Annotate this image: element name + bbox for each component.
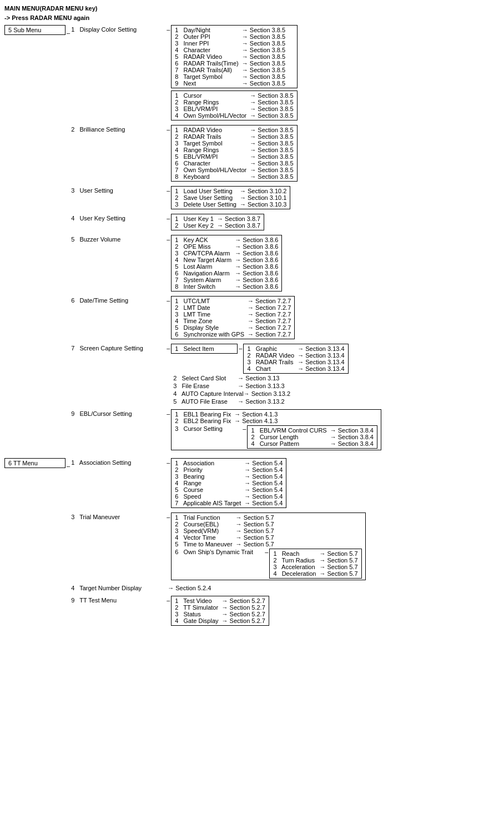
dash-submenu-7: – [167,344,170,351]
tt-submenu-1-row: 1 Association Setting – 1 Association 2 … [71,458,365,508]
tm-5-ref: → Section 5.7 [236,541,274,547]
submenu-1-label: 1 Display Color Setting [71,25,165,33]
tm-4-ref: → Section 5.7 [236,534,274,541]
submenu-6-row: 6 Date/Time Setting – 1 UTC/LMT 2 LMT Da… [71,296,381,339]
us-3-ref: → Section 3.10.3 [240,201,286,208]
dcs-g2-2: 2 Range Rings [175,99,246,105]
tt-submenu-4-ref: → Section 5.2.4 [165,585,211,591]
ttm-1-ref: → Section 5.2.7 [222,597,265,604]
ecs-content: 1 EBL1 Bearing Fix 2 EBL2 Bearing Fix → … [171,409,381,450]
dash-ecs-3: – [243,425,246,432]
scs-afe-row: 5 AUTO File Erase → Section 3.13.2 [171,398,348,405]
submenu-2-label: 2 Brilliance Setting [71,125,165,133]
as-7-ref: → Section 5.4 [244,500,283,506]
uks-items: 1 User Key 1 2 User Key 2 [175,215,214,229]
submenu-7-row: 7 Screen Capture Setting – 1 Select Item… [71,344,381,405]
dcs-group2: 1 Cursor 2 Range Rings 3 EBL/VRM/PI 4 Ow… [171,91,297,120]
bv-2: 2 OPE Miss [175,243,231,250]
uks-refs: → Section 3.8.7 → Section 3.8.7 [214,215,260,229]
ecs-1: 1 EBL1 Bearing Fix [175,411,231,418]
dcs-9: 9 Next [175,80,239,87]
ttm-4-ref: → Section 5.2.7 [222,617,265,624]
scs-si-group: 1 Graphic 2 RADAR Video 3 RADAR Trails 4… [243,344,348,374]
dash-tm-6: – [265,549,268,555]
scs-select-item-row: 1 Select Item – 1 Graphic 2 RADAR Video … [171,344,348,374]
ecs-cs-2: 2 Cursor Length [251,434,326,440]
bv-group: 1 Key ACK 2 OPE Miss 3 CPA/TCPA Alarm 4 … [171,235,282,292]
submenu-7-label: 7 Screen Capture Setting [71,344,165,351]
dcs-g2-refs: → Section 3.8.5 → Section 3.8.5 → Sectio… [246,92,293,119]
submenu-4-label: 4 User Key Setting [71,214,165,222]
scs-content: 1 Select Item – 1 Graphic 2 RADAR Video … [171,344,348,405]
us-group: 1 Load User Setting 2 Save User Setting … [171,186,290,209]
dcs-g2-1-ref: → Section 3.8.5 [250,92,293,99]
submenu-2-row: 2 Brilliance Setting – 1 RADAR Video 2 R… [71,125,381,182]
tm-3-ref: → Section 5.7 [236,527,274,534]
dts-refs: → Section 7.2.7 → Section 7.2.7 → Sectio… [244,298,291,338]
dts-group: 1 UTC/LMT 2 LMT Date 3 LMT Time 4 Time Z… [171,296,295,339]
uks-2: 2 User Key 2 [175,222,214,229]
submenu-4-row: 4 User Key Setting – 1 User Key 1 2 User… [71,214,381,230]
scs-si-2: 2 RADAR Video [247,352,294,359]
ecs-cs-items: 1 EBL/VRM Control CURS 2 Cursor Length 4… [251,427,326,447]
dcs-g2-3: 3 EBL/VRM/PI [175,105,246,112]
dcs-g2-1: 1 Cursor [175,92,246,99]
bs-7-ref: → Section 3.8.5 [250,167,293,173]
tm-dt-3-ref: → Section 5.7 [319,564,357,570]
dcs-4-ref: → Section 3.8.5 [242,47,285,53]
scs-scs-ref: → Section 3.13 [238,375,279,381]
dcs-g1-items: 1 Day/Night 2 Outer PPI 3 Inner PPI 4 Ch… [175,27,239,87]
dcs-2: 2 Outer PPI [175,33,239,40]
header-line1: MAIN MENU(RADAR MENU key) [4,4,500,13]
ecs-ebl-refs: → Section 4.1.3 → Section 4.1.3 [231,411,278,424]
bv-4: 4 New Target Alarm [175,257,231,263]
tm-dt-4-ref: → Section 5.7 [319,570,357,577]
bs-5: 5 EBL/VRM/PI [175,153,246,160]
scs-fe-label: 3 File Erase [171,383,238,389]
submenu-5-row: 5 Buzzer Volume – 1 Key ACK 2 OPE Miss 3… [71,235,381,292]
as-4: 4 Range [175,480,241,486]
submenu-3-row: 3 User Setting – 1 Load User Setting 2 S… [71,186,381,209]
as-refs: → Section 5.4 → Section 5.4 → Section 5.… [241,460,283,506]
tm-dt-2: 2 Turn Radius [273,557,316,564]
ttm-items: 1 Test Video 2 TT Simulator 3 Status 4 G… [175,597,218,624]
us-3: 3 Delete User Setting [175,201,236,208]
dts-6-ref: → Section 7.2.7 [248,331,291,338]
tm-dt-1-ref: → Section 5.7 [319,550,357,557]
dcs-5: 5 RADAR Video [175,53,239,60]
as-6: 6 Speed [175,493,241,500]
as-3-ref: → Section 5.4 [244,473,283,480]
ecs-ebl-items: 1 EBL1 Bearing Fix 2 EBL2 Bearing Fix [175,411,231,424]
submenu-3-label: 3 User Setting [71,186,165,194]
scs-afe-label: 5 AUTO File Erase [171,398,238,405]
submenu-5-label: 5 Buzzer Volume [71,235,165,243]
section-6-content: 1 Association Setting – 1 Association 2 … [71,458,365,630]
section-6-label: 6 TT Menu [4,458,65,468]
tm-dt-2-ref: → Section 5.7 [319,557,357,564]
dash-submenu-1: – [167,25,170,33]
dcs-g2-4-ref: → Section 3.8.5 [250,112,293,119]
scs-aci-label: 4 AUTO Capture Interval [171,390,243,397]
scs-si-4: 4 Chart [247,365,294,372]
as-7: 7 Applicable AIS Target [175,500,241,506]
dash-si: – [239,344,242,351]
us-2-ref: → Section 3.10.1 [240,194,286,201]
dcs-1-ref: → Section 3.8.5 [242,27,285,33]
tm-4: 4 Vector Time [175,534,232,541]
section-5-content: 1 Display Color Setting – 1 Day/Night 2 … [71,25,381,455]
scs-si-3: 3 RADAR Trails [247,359,294,365]
dcs-g2-3-ref: → Section 3.8.5 [250,105,293,112]
bv-refs: → Section 3.8.6 → Section 3.8.6 → Sectio… [231,237,278,290]
tm-plain-items: 1 Trial Function 2 Course(EBL) 3 Speed(V… [175,514,232,547]
scs-scs-label: 2 Select Card Slot [171,375,238,381]
as-5: 5 Course [175,486,241,493]
ttm-2-ref: → Section 5.2.7 [222,604,265,611]
dcs-3-ref: → Section 3.8.5 [242,40,285,47]
us-1: 1 Load User Setting [175,188,236,194]
bv-7-ref: → Section 3.8.6 [235,277,278,283]
as-2-ref: → Section 5.4 [244,466,283,473]
ecs-cs-4-ref: → Section 3.8.4 [330,440,374,447]
submenu-6-label: 6 Date/Time Setting [71,296,165,304]
scs-select-item-box: 1 Select Item [171,344,238,354]
ecs-cs-1: 1 EBL/VRM Control CURS [251,427,326,434]
